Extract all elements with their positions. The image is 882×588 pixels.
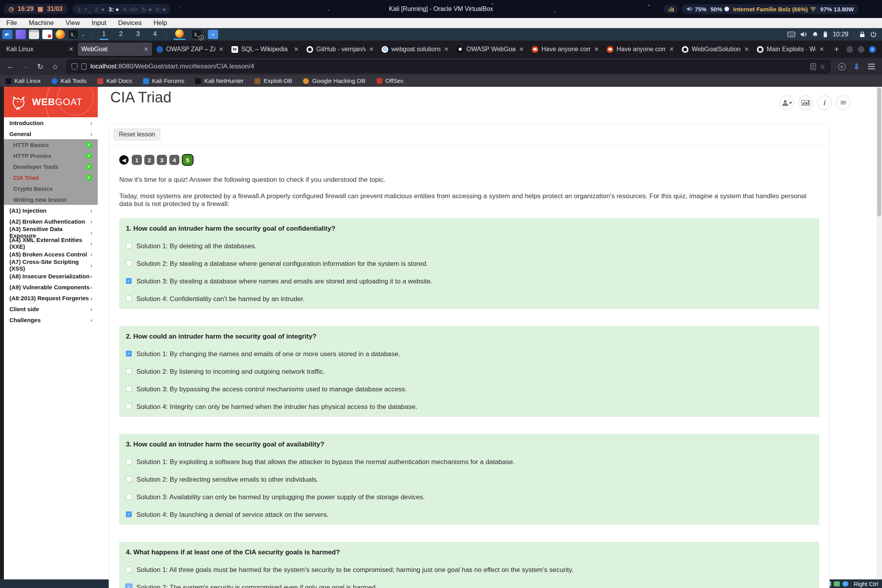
back-button[interactable]: ←: [4, 60, 17, 73]
browser-tab[interactable]: W SQL – Wikipedia ✕: [228, 43, 302, 56]
sidebar-menu-item[interactable]: Challenges › ✓: [4, 314, 98, 325]
terminal-window-button[interactable]: $_ 3: [192, 30, 202, 39]
answer-option[interactable]: Solution 2: By listening to incoming and…: [126, 368, 812, 376]
page-scrollbar[interactable]: [877, 87, 882, 579]
browser-tab[interactable]: Have anyone comple ✕: [603, 43, 678, 56]
url-bar[interactable]: localhost:8080/WebGoat/start.mvc#lesson/…: [66, 60, 830, 73]
terminal-launcher-icon[interactable]: $_: [68, 30, 78, 39]
battery-icon[interactable]: [823, 31, 827, 38]
answer-option[interactable]: Solution 4: Integrity can only be harmed…: [126, 403, 812, 411]
browser-tab[interactable]: Main Exploits · WebG ✕: [753, 43, 828, 56]
page-number-button[interactable]: 5: [182, 154, 194, 166]
bookmark-item[interactable]: Exploit-DB: [255, 77, 292, 84]
menubar-item[interactable]: Machine: [29, 19, 54, 27]
menubar-item[interactable]: View: [66, 19, 80, 27]
sidebar-menu-item[interactable]: (A8:2013) Request Forgeries › ✓: [4, 292, 98, 303]
text-editor-icon[interactable]: [42, 30, 52, 39]
workspace-number[interactable]: 1: [100, 29, 108, 40]
answer-checkbox[interactable]: [126, 511, 132, 517]
browser-tab[interactable]: WebGoat ✕: [78, 43, 152, 56]
sidebar-menu-item[interactable]: (A1) Injection › ✓: [4, 205, 98, 216]
tab-close-icon[interactable]: ✕: [294, 46, 299, 53]
host-workspace[interactable]: 6: ●: [156, 6, 166, 13]
contact-button[interactable]: ✉: [836, 95, 851, 110]
answer-option[interactable]: Solution 4: Confidentiality can't be har…: [126, 295, 812, 303]
sidebar-menu-item[interactable]: (A7) Cross-Site Scripting (XSS) › ✓: [4, 260, 98, 271]
answer-checkbox[interactable]: [126, 476, 132, 482]
logout-icon[interactable]: [870, 31, 877, 38]
host-workspace[interactable]: 4: </>: [123, 6, 138, 13]
browser-tab[interactable]: WebGoatSolutions/S ✕: [678, 43, 753, 56]
answer-checkbox[interactable]: [126, 296, 132, 301]
page-number-button[interactable]: 3: [157, 155, 167, 165]
answer-checkbox[interactable]: [126, 260, 132, 266]
answer-checkbox[interactable]: [126, 459, 132, 464]
answer-checkbox[interactable]: [126, 351, 132, 357]
workspace-number[interactable]: 2: [117, 29, 125, 40]
tab-close-icon[interactable]: ✕: [369, 46, 374, 53]
sidebar-menu-item[interactable]: Client side › ✓: [4, 303, 98, 314]
answer-option[interactable]: Solution 3: By stealing a database where…: [126, 278, 812, 285]
host-workspace[interactable]: 2: ●: [95, 6, 105, 13]
maximize-button[interactable]: [858, 46, 864, 53]
reload-button[interactable]: ↻: [34, 60, 47, 73]
browser-tab[interactable]: GitHub - vernjan/we ✕: [303, 43, 377, 56]
answer-option[interactable]: Solution 2: The system's security is com…: [126, 584, 812, 588]
sidebar-menu-item[interactable]: CIA Triad › ✓: [4, 172, 98, 183]
tab-close-icon[interactable]: ✕: [519, 46, 524, 53]
answer-checkbox[interactable]: [126, 403, 132, 409]
page-number-button[interactable]: 4: [169, 155, 179, 165]
downloads-icon[interactable]: ⇩: [850, 60, 863, 73]
user-menu-button[interactable]: [780, 95, 794, 110]
taskbar-clock[interactable]: 10:29: [833, 31, 848, 38]
answer-option[interactable]: Solution 1: By deleting all the database…: [126, 242, 812, 250]
sidebar-menu-item[interactable]: (A5) Broken Access Control › ✓: [4, 249, 98, 260]
tab-close-icon[interactable]: ✕: [143, 46, 149, 53]
answer-checkbox[interactable]: [126, 243, 132, 249]
menubar-item[interactable]: Devices: [118, 19, 142, 27]
workspace-number[interactable]: 4: [151, 29, 159, 40]
new-tab-button[interactable]: +: [831, 43, 843, 55]
answer-option[interactable]: Solution 1: All three goals must be harm…: [126, 566, 812, 574]
firefox-window-button[interactable]: [174, 29, 185, 40]
previous-page-button[interactable]: ◀: [119, 155, 129, 165]
bookmark-item[interactable]: Kali Tools: [52, 77, 86, 84]
menubar-item[interactable]: Help: [154, 19, 167, 27]
answer-checkbox[interactable]: [126, 368, 132, 374]
sidebar-menu-item[interactable]: HTTP Proxies › ✓: [4, 150, 98, 161]
answer-option[interactable]: Solution 2: By redirecting sensitive ema…: [126, 476, 812, 484]
menubar-item[interactable]: Input: [91, 19, 106, 27]
close-window-button[interactable]: ✕: [869, 46, 876, 53]
bookmark-item[interactable]: Kali Forums: [143, 77, 185, 84]
sidebar-menu-item[interactable]: (A2) Broken Authentication › ✓: [4, 216, 98, 227]
home-button[interactable]: ⌂: [48, 60, 62, 73]
answer-checkbox[interactable]: [126, 494, 132, 500]
answer-checkbox[interactable]: [126, 278, 132, 284]
pocket-icon[interactable]: ∨: [838, 63, 846, 70]
answer-option[interactable]: Solution 2: By stealing a database where…: [126, 260, 812, 268]
bookmark-star-icon[interactable]: ☆: [820, 63, 825, 70]
reader-mode-icon[interactable]: [810, 63, 816, 70]
host-workspace[interactable]: 5: ●: [142, 6, 152, 13]
tracking-protection-shield-icon[interactable]: [72, 63, 77, 70]
answer-option[interactable]: Solution 1: By exploiting a software bug…: [126, 458, 812, 466]
browser-tab[interactable]: Have anyone comple ✕: [528, 43, 602, 56]
page-number-button[interactable]: 2: [144, 155, 154, 165]
answer-option[interactable]: Solution 3: Availability can only be har…: [126, 493, 812, 501]
scoreboard-button[interactable]: [798, 95, 813, 110]
folder-window-button[interactable]: ▾: [208, 30, 218, 39]
tab-close-icon[interactable]: ✕: [744, 46, 749, 53]
reset-lesson-button[interactable]: Reset lesson: [114, 129, 160, 140]
workspace-number[interactable]: 3: [134, 29, 142, 40]
minimize-button[interactable]: [846, 46, 853, 53]
sidebar-menu-item[interactable]: (A9) Vulnerable Components › ✓: [4, 281, 98, 292]
answer-checkbox[interactable]: [126, 584, 132, 588]
sidebar-menu-item[interactable]: (A4) XML External Entities (XXE) › ✓: [4, 238, 98, 249]
file-manager-icon[interactable]: [29, 30, 39, 39]
wifi-indicator[interactable]: Internet Familie Bolz (66%): [733, 6, 816, 13]
url-text[interactable]: localhost:8080/WebGoat/start.mvc#lesson/…: [90, 63, 807, 70]
kali-menu-button[interactable]: [2, 30, 13, 39]
answer-checkbox[interactable]: [126, 566, 132, 572]
page-number-button[interactable]: 1: [132, 155, 142, 165]
host-workspace[interactable]: 3: ●: [109, 6, 119, 13]
